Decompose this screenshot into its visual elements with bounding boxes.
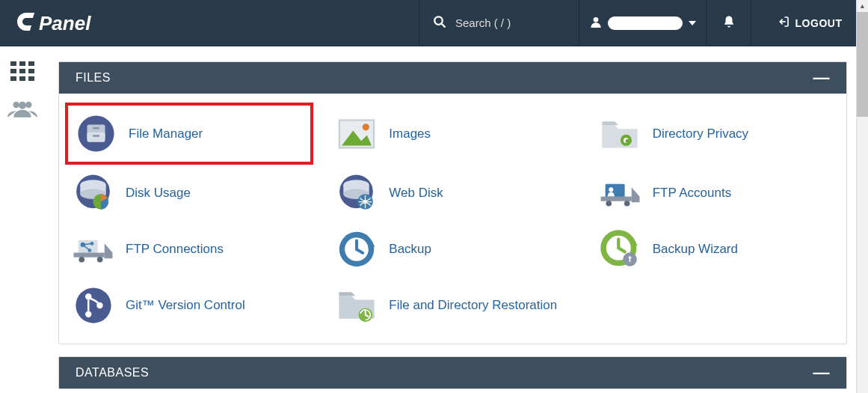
content-wrapper: FILES — bbox=[0, 46, 868, 393]
svg-point-23 bbox=[363, 124, 369, 130]
directory-privacy-icon bbox=[600, 113, 641, 154]
item-file-manager[interactable]: File Manager bbox=[65, 103, 313, 165]
scrollbar[interactable]: ▲ bbox=[856, 0, 868, 393]
ftp-connections-icon bbox=[73, 228, 114, 269]
panel-databases: DATABASES — bbox=[58, 356, 847, 389]
apps-grid-icon[interactable] bbox=[10, 61, 34, 83]
svg-rect-7 bbox=[28, 61, 34, 66]
notifications-button[interactable] bbox=[707, 0, 751, 46]
svg-rect-13 bbox=[28, 76, 34, 81]
svg-rect-9 bbox=[19, 69, 25, 73]
cpanel-logo[interactable]: Panel bbox=[15, 10, 105, 36]
topbar: Panel LOGOUT bbox=[0, 0, 868, 46]
svg-point-3 bbox=[593, 17, 598, 22]
file-restoration-icon bbox=[336, 284, 377, 326]
scrollbar-thumb[interactable] bbox=[857, 12, 868, 117]
svg-rect-5 bbox=[10, 61, 16, 66]
scroll-up-icon[interactable]: ▲ bbox=[857, 0, 868, 12]
file-manager-icon bbox=[76, 113, 117, 154]
svg-point-15 bbox=[25, 102, 31, 108]
svg-rect-50 bbox=[74, 252, 105, 257]
svg-marker-51 bbox=[105, 243, 113, 258]
item-label: Images bbox=[389, 127, 431, 141]
item-label: File and Directory Restoration bbox=[389, 298, 557, 313]
item-label: Backup Wizard bbox=[653, 242, 738, 257]
collapse-icon[interactable]: — bbox=[813, 74, 831, 82]
backup-icon bbox=[336, 228, 377, 269]
svg-text:Panel: Panel bbox=[39, 12, 91, 34]
svg-rect-12 bbox=[19, 76, 25, 81]
chevron-down-icon bbox=[689, 21, 696, 25]
item-label: Disk Usage bbox=[126, 186, 191, 201]
logo-area: Panel bbox=[0, 10, 419, 36]
svg-point-16 bbox=[19, 102, 26, 109]
search-input[interactable] bbox=[455, 16, 565, 29]
main-content: FILES — bbox=[45, 46, 868, 393]
svg-rect-44 bbox=[79, 240, 98, 253]
bell-icon bbox=[722, 15, 736, 31]
panel-files-title: FILES bbox=[76, 71, 111, 85]
svg-rect-11 bbox=[10, 76, 16, 81]
svg-line-2 bbox=[441, 23, 445, 27]
user-menu[interactable] bbox=[579, 0, 707, 46]
git-icon bbox=[73, 284, 114, 326]
web-disk-icon bbox=[336, 172, 377, 213]
backup-wizard-icon bbox=[600, 228, 641, 269]
svg-rect-40 bbox=[600, 196, 631, 201]
panel-files-header[interactable]: FILES — bbox=[59, 62, 846, 94]
collapse-icon[interactable]: — bbox=[813, 369, 831, 377]
item-ftp-accounts[interactable]: FTP Accounts bbox=[592, 165, 840, 221]
item-label: Git™ Version Control bbox=[126, 298, 245, 313]
logout-icon bbox=[778, 16, 789, 30]
item-git-version-control[interactable]: Git™ Version Control bbox=[65, 277, 313, 333]
images-icon bbox=[336, 113, 377, 154]
svg-point-43 bbox=[624, 200, 630, 206]
item-ftp-connections[interactable]: FTP Connections bbox=[65, 221, 313, 277]
item-directory-privacy[interactable]: Directory Privacy bbox=[592, 103, 840, 165]
svg-marker-41 bbox=[631, 187, 639, 202]
svg-rect-21 bbox=[93, 135, 99, 137]
svg-point-53 bbox=[97, 256, 103, 262]
item-label: File Manager bbox=[129, 127, 203, 141]
item-label: Web Disk bbox=[389, 186, 443, 201]
item-backup[interactable]: Backup bbox=[328, 221, 576, 277]
logout-button[interactable]: LOGOUT bbox=[751, 0, 868, 46]
ftp-accounts-icon bbox=[600, 172, 641, 213]
username-redacted bbox=[608, 16, 683, 30]
svg-point-61 bbox=[85, 311, 91, 317]
panel-databases-title: DATABASES bbox=[76, 366, 149, 380]
svg-point-1 bbox=[434, 16, 443, 25]
left-nav bbox=[0, 46, 45, 393]
svg-rect-10 bbox=[28, 69, 34, 73]
item-images[interactable]: Images bbox=[328, 103, 576, 165]
panel-databases-header[interactable]: DATABASES — bbox=[59, 357, 846, 389]
svg-point-39 bbox=[609, 187, 613, 192]
svg-point-59 bbox=[76, 287, 111, 323]
item-label: Backup bbox=[389, 242, 431, 257]
item-file-directory-restoration[interactable]: File and Directory Restoration bbox=[328, 277, 576, 333]
user-icon bbox=[590, 16, 602, 30]
item-disk-usage[interactable]: Disk Usage bbox=[65, 165, 313, 221]
svg-point-52 bbox=[79, 256, 84, 262]
disk-usage-icon bbox=[73, 172, 114, 213]
panel-files: FILES — bbox=[58, 61, 847, 344]
search-area[interactable] bbox=[419, 0, 579, 46]
svg-rect-20 bbox=[93, 127, 99, 130]
item-label: FTP Accounts bbox=[653, 186, 732, 201]
item-backup-wizard[interactable]: Backup Wizard bbox=[592, 221, 840, 277]
svg-rect-19 bbox=[87, 132, 105, 142]
svg-point-42 bbox=[606, 200, 612, 206]
item-label: Directory Privacy bbox=[653, 127, 748, 141]
search-icon bbox=[433, 15, 446, 31]
users-icon[interactable] bbox=[7, 100, 37, 120]
item-web-disk[interactable]: Web Disk bbox=[328, 165, 576, 221]
svg-rect-8 bbox=[10, 69, 16, 73]
panel-files-body: File Manager Images bbox=[59, 94, 846, 344]
svg-rect-6 bbox=[19, 61, 25, 66]
logout-label: LOGOUT bbox=[795, 17, 843, 29]
svg-point-14 bbox=[13, 102, 19, 108]
svg-point-27 bbox=[626, 138, 630, 142]
item-label: FTP Connections bbox=[126, 242, 224, 257]
